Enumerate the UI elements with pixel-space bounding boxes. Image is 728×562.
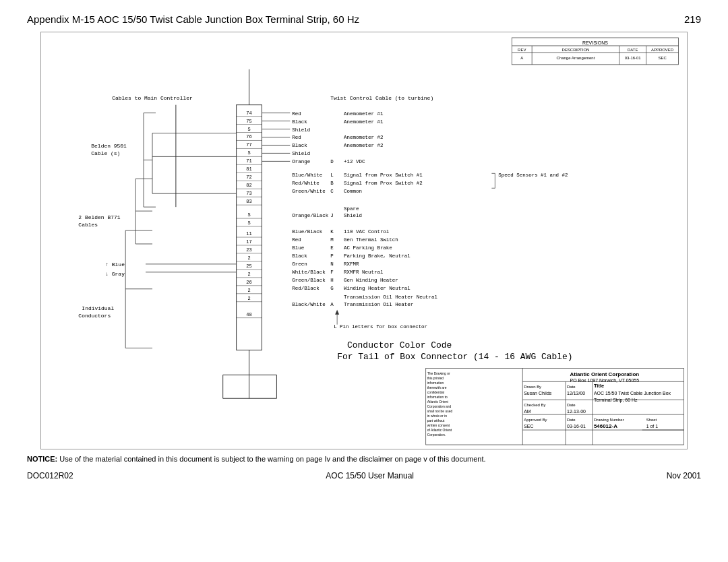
svg-text:Anemometer #2: Anemometer #2: [344, 143, 383, 148]
svg-rect-170: [426, 368, 684, 445]
svg-text:therewith are: therewith are: [427, 385, 447, 389]
svg-text:Shield: Shield: [344, 213, 362, 218]
svg-text:Spare: Spare: [344, 206, 359, 212]
svg-text:P: P: [330, 253, 334, 259]
svg-text:RXFMR: RXFMR: [344, 261, 359, 267]
footer-date: Nov 2001: [667, 471, 701, 480]
svg-text:DATE: DATE: [628, 48, 638, 52]
svg-text:↓ Gray: ↓ Gray: [105, 271, 125, 277]
svg-text:Blue: Blue: [292, 245, 304, 251]
svg-text:73: 73: [246, 191, 251, 196]
svg-text:Cables to Main Controller: Cables to Main Controller: [112, 95, 193, 101]
svg-text:↑ Blue: ↑ Blue: [105, 261, 125, 268]
svg-text:Orange/Black: Orange/Black: [292, 213, 328, 218]
svg-text:Terminal Strip, 60 Hz: Terminal Strip, 60 Hz: [594, 398, 638, 403]
diagram-container: REVISIONS REV DESCRIPTION DATE APPROVED …: [40, 32, 688, 449]
svg-text:L: L: [330, 173, 334, 178]
svg-text:17: 17: [246, 239, 251, 245]
svg-text:information: information: [427, 381, 444, 385]
svg-text:Red/Black: Red/Black: [292, 286, 320, 291]
svg-text:Cable (s): Cable (s): [91, 150, 120, 156]
doc-number: DOC012R02: [27, 471, 73, 480]
svg-text:03-16-01: 03-16-01: [567, 424, 586, 429]
svg-text:Conductor Color Code: Conductor Color Code: [347, 340, 452, 350]
svg-text:Gen Winding Heater: Gen Winding Heater: [344, 278, 398, 283]
svg-text:Blue/White: Blue/White: [292, 173, 322, 178]
svg-text:this printed: this printed: [427, 376, 444, 380]
page-header: Appendix M-15 AOC 15/50 Twist Cable Junc…: [27, 13, 701, 25]
svg-text:written consent: written consent: [427, 423, 450, 427]
svg-text:Shield: Shield: [292, 151, 310, 156]
svg-text:D: D: [330, 159, 334, 164]
svg-text:Anemometer #1: Anemometer #1: [344, 111, 384, 117]
svg-text:Orange: Orange: [292, 159, 310, 164]
svg-text:Anemometer #2: Anemometer #2: [344, 135, 383, 140]
svg-text:AOC 15/50 Twist Cable Junction: AOC 15/50 Twist Cable Junction Box: [594, 391, 671, 396]
svg-text:Red: Red: [292, 237, 301, 243]
svg-text:Twist Control Cable (to turbin: Twist Control Cable (to turbine): [330, 95, 433, 101]
page-footer: DOC012R02 AOC 15/50 User Manual Nov 2001: [27, 471, 701, 480]
svg-text:Transmission Oil Heater: Transmission Oil Heater: [344, 302, 413, 307]
svg-text:Belden 9501: Belden 9501: [91, 143, 127, 149]
svg-text:1 of 1: 1 of 1: [646, 424, 659, 429]
svg-text:Black: Black: [292, 119, 307, 125]
svg-text:Date: Date: [567, 418, 576, 422]
svg-text:Black: Black: [292, 143, 307, 148]
svg-text:11: 11: [246, 231, 251, 237]
svg-text:12-13-00: 12-13-00: [567, 409, 586, 414]
svg-text:76: 76: [246, 134, 251, 139]
svg-text:N: N: [330, 261, 333, 267]
svg-text:03-16-01: 03-16-01: [625, 56, 642, 60]
svg-text:Conductors: Conductors: [78, 313, 111, 319]
svg-text:For Tail of Box Connector (14 : For Tail of Box Connector (14 - 16 AWG C…: [337, 352, 572, 362]
svg-text:Green/White: Green/White: [292, 189, 325, 194]
svg-text:Shield: Shield: [292, 127, 310, 133]
svg-text:25: 25: [246, 263, 251, 269]
svg-text:B: B: [330, 181, 334, 186]
svg-text:C: C: [330, 189, 334, 194]
svg-text:Drawing Number: Drawing Number: [594, 418, 624, 422]
svg-text:S: S: [247, 127, 250, 132]
svg-text:Corporation and: Corporation and: [427, 404, 452, 408]
svg-text:2: 2: [247, 272, 250, 277]
svg-text:DESCRIPTION: DESCRIPTION: [562, 48, 590, 52]
svg-text:in whole or in: in whole or in: [427, 414, 448, 418]
svg-text:Red: Red: [292, 111, 301, 117]
page-title: Appendix M-15 AOC 15/50 Twist Cable Junc…: [27, 13, 359, 25]
svg-text:Blue/Black: Blue/Black: [292, 229, 322, 235]
svg-text:26: 26: [246, 280, 251, 285]
svg-text:546012-A: 546012-A: [594, 423, 617, 429]
svg-text:Individual: Individual: [82, 305, 114, 311]
svg-text:12/13/00: 12/13/00: [567, 391, 585, 396]
svg-text:J: J: [330, 213, 333, 218]
manual-name: AOC 15/50 User Manual: [326, 471, 414, 480]
svg-text:2: 2: [247, 288, 250, 293]
svg-text:of Atlantic Orient: of Atlantic Orient: [427, 428, 452, 432]
svg-text:Green/Black: Green/Black: [292, 278, 326, 283]
svg-text:Gen Thermal Switch: Gen Thermal Switch: [344, 237, 398, 243]
svg-text:2: 2: [247, 296, 250, 301]
svg-text:RXMFR Neutral: RXMFR Neutral: [344, 270, 384, 275]
svg-text:Green: Green: [292, 261, 307, 267]
svg-text:74: 74: [246, 111, 251, 116]
svg-text:72: 72: [246, 175, 251, 180]
svg-text:Transmission Oil Heater Neutra: Transmission Oil Heater Neutral: [344, 294, 437, 300]
svg-text:REV: REV: [518, 48, 526, 52]
page-number: 219: [684, 13, 701, 25]
svg-text:S: S: [247, 150, 250, 156]
svg-text:77: 77: [246, 142, 251, 148]
svg-text:information to: information to: [427, 395, 448, 399]
svg-text:Atlantic Orient Corporation: Atlantic Orient Corporation: [570, 371, 639, 377]
svg-text:2 Belden B771: 2 Belden B771: [78, 214, 120, 220]
notice-label: NOTICE:: [27, 455, 57, 463]
svg-text:AC Parking Brake: AC Parking Brake: [344, 245, 392, 251]
svg-text:G: G: [330, 286, 334, 291]
svg-text:confidential: confidential: [427, 390, 444, 394]
svg-text:Speed Sensors #1 and #2: Speed Sensors #1 and #2: [498, 173, 568, 178]
svg-text:Black: Black: [292, 253, 307, 259]
svg-text:81: 81: [246, 166, 251, 172]
svg-text:110 VAC Control: 110 VAC Control: [344, 229, 390, 235]
svg-text:+12 VDC: +12 VDC: [344, 159, 365, 164]
svg-text:75: 75: [246, 119, 251, 124]
svg-text:AM: AM: [524, 409, 531, 414]
